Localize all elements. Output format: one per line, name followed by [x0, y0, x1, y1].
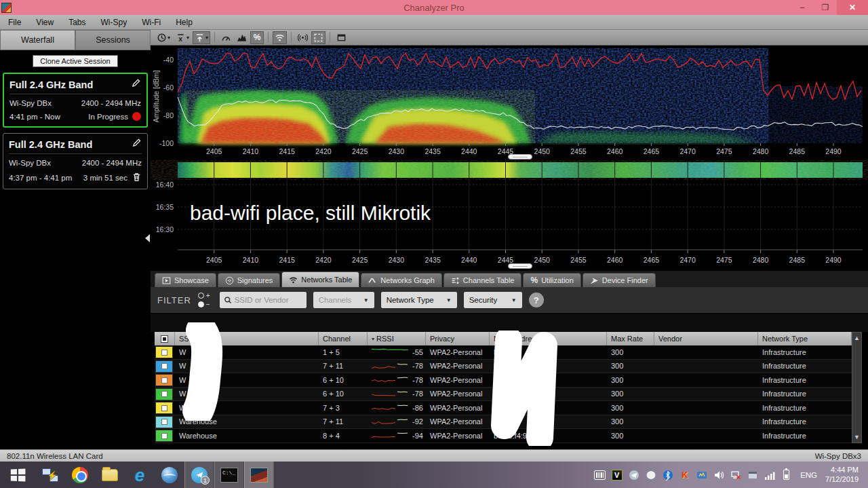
table-row[interactable]: W7 + 3-86WPA2-Personal3300Infrastructure — [155, 401, 862, 415]
selection-box-button[interactable] — [311, 31, 326, 44]
tray-bluetooth[interactable] — [662, 469, 673, 481]
tray-volume[interactable] — [713, 469, 724, 481]
density-view-button[interactable] — [235, 31, 249, 44]
table-row[interactable]: W6 + 10-78WPA2-Personalb300Infrastructur… — [155, 373, 862, 388]
table-row[interactable]: Warehouse8 + 4-94WPA2-Personalb8:69:f4:9… — [155, 429, 862, 443]
view-tab-networks-graph[interactable]: Networks Graph — [361, 273, 441, 287]
utilization-view-button[interactable]: % — [250, 31, 264, 44]
table-row[interactable]: W6 + 10-78WPA2-Personal300Infrastructure — [155, 388, 862, 402]
row-color-checkbox[interactable] — [155, 345, 175, 359]
average-button[interactable]: x▾ — [174, 31, 191, 44]
row-color-checkbox[interactable] — [155, 401, 175, 415]
column-header-rssi[interactable]: ▾RSSI — [368, 332, 426, 345]
table-header[interactable]: SSIDChannel▾RSSIPrivacyMAC AddressMax Ra… — [155, 332, 862, 345]
edit-pencil-icon[interactable] — [131, 78, 141, 91]
taskbar-app-file-explorer[interactable] — [95, 462, 125, 488]
broadcast-button[interactable] — [296, 31, 310, 44]
menu-file[interactable]: File — [8, 18, 21, 27]
view-tab-showcase[interactable]: Showcase — [155, 273, 216, 287]
taskbar-app-internet-explorer[interactable]: e — [125, 462, 155, 488]
language-indicator[interactable]: ENG — [797, 471, 820, 479]
taskbar-clock[interactable]: 4:44 PM7/12/2019 — [825, 466, 863, 485]
scroll-down-icon[interactable]: ▼ — [854, 432, 860, 443]
start-button[interactable] — [0, 462, 35, 488]
minimize-button[interactable]: – — [791, 0, 814, 15]
row-color-checkbox[interactable] — [155, 360, 175, 373]
tray-touch-keyboard[interactable] — [594, 469, 606, 481]
new-window-button[interactable] — [334, 31, 349, 44]
edit-pencil-icon[interactable] — [132, 138, 142, 151]
tray-k-app[interactable]: K — [679, 469, 690, 481]
max-button[interactable]: ▾ — [193, 31, 210, 44]
tray-network-disconnected[interactable] — [730, 469, 741, 481]
tab-waterfall[interactable]: Waterfall — [0, 30, 75, 50]
search-input[interactable] — [235, 296, 302, 304]
view-tab-device-finder[interactable]: Device Finder — [583, 273, 656, 287]
tray-v-app[interactable]: V — [611, 469, 623, 481]
taskbar-app-chrome[interactable] — [65, 462, 95, 488]
table-scrollbar[interactable]: ▲ ▼ — [852, 332, 862, 443]
waterfall-slider-handle[interactable] — [508, 263, 532, 269]
column-header-max-rate[interactable]: Max Rate — [607, 332, 654, 345]
tab-sessions[interactable]: Sessions — [75, 30, 151, 50]
session-card-previous[interactable]: Full 2.4 GHz Band Wi-Spy DBx 2400 - 2494… — [3, 133, 148, 189]
row-color-checkbox[interactable] — [155, 415, 175, 429]
time-span-button[interactable]: ▾ — [155, 31, 172, 44]
tray-network-tool[interactable] — [696, 469, 707, 481]
collapse-sidebar-arrow[interactable] — [145, 234, 150, 242]
row-color-checkbox[interactable] — [155, 373, 175, 387]
menu-wi-fi[interactable]: Wi-Fi — [142, 18, 161, 27]
taskbar-app-command-prompt[interactable]: C:\_ — [214, 462, 244, 488]
view-tab-utilization[interactable]: %Utilization — [523, 273, 580, 287]
title-bar[interactable]: Chanalyzer Pro – ❐ ✕ — [0, 0, 868, 15]
chevron-down-icon[interactable]: ▾ — [186, 35, 189, 41]
clone-active-session-button[interactable]: Clone Active Session — [33, 55, 117, 67]
trash-icon[interactable] — [132, 172, 142, 183]
menu-help[interactable]: Help — [176, 18, 193, 27]
channels-dropdown[interactable]: Channels▼ — [313, 292, 374, 308]
spectrum-slider-handle[interactable] — [508, 154, 532, 159]
help-button[interactable]: ? — [529, 293, 544, 307]
tray-messenger[interactable] — [645, 469, 656, 481]
table-row[interactable]: Warehouse7 + 11-92WPA2-Personal6300Infra… — [155, 415, 862, 430]
chevron-down-icon[interactable]: ▾ — [167, 35, 170, 41]
taskbar-app-network-connections[interactable]: ⚡ — [35, 462, 65, 488]
taskbar-app-winbox[interactable] — [155, 462, 184, 488]
column-header-mac-address[interactable]: MAC Address — [490, 332, 607, 345]
tray-telegram-tray[interactable] — [628, 469, 639, 481]
row-color-checkbox[interactable] — [155, 388, 175, 401]
column-header-privacy[interactable]: Privacy — [426, 332, 490, 345]
scroll-up-icon[interactable]: ▲ — [854, 333, 860, 343]
wifi-overlay-button[interactable] — [273, 31, 287, 44]
spectrum-chart[interactable]: Amplitude [dBm]-40-60-80-100240524102415… — [151, 45, 868, 160]
filter-add-icon[interactable] — [198, 293, 204, 299]
close-button[interactable]: ✕ — [837, 0, 868, 15]
tray-battery[interactable] — [781, 469, 792, 481]
column-header-ssid[interactable]: SSID — [175, 332, 319, 345]
tray-window-app[interactable] — [747, 469, 758, 481]
filter-add-remove[interactable]: + − — [198, 292, 210, 308]
tray-signal-bars[interactable] — [764, 469, 775, 481]
select-all-checkbox[interactable] — [155, 332, 175, 345]
table-row[interactable]: W7 + 11-78WPA2-Personalb300Infrastructur… — [155, 360, 862, 374]
view-tab-signatures[interactable]: Signatures — [218, 273, 281, 287]
column-header-vendor[interactable]: Vendor — [654, 332, 758, 345]
filter-remove-icon[interactable] — [198, 301, 204, 307]
waterfall-chart[interactable]: 2405241024152420242524302435244024452450… — [151, 160, 868, 271]
security-dropdown[interactable]: Security▼ — [464, 292, 522, 308]
table-row[interactable]: W1 + 5-55WPA2-Personalb :8300Infrastruct… — [155, 345, 862, 360]
gauge-view-button[interactable] — [219, 31, 233, 44]
menu-tabs[interactable]: Tabs — [68, 18, 85, 27]
chevron-down-icon[interactable]: ▾ — [205, 35, 208, 41]
view-tab-networks-table[interactable]: Networks Table — [281, 271, 359, 287]
column-header-network-type[interactable]: Network Type — [758, 332, 852, 345]
ssid-search-box[interactable] — [220, 292, 307, 308]
view-tab-channels-table[interactable]: Channels Table — [443, 273, 522, 287]
taskbar-app-chanalyzer[interactable] — [244, 462, 274, 488]
network-type-dropdown[interactable]: Network Type▼ — [381, 292, 457, 308]
column-header-channel[interactable]: Channel — [319, 332, 368, 345]
taskbar-app-telegram[interactable]: 1 — [184, 462, 214, 488]
row-color-checkbox[interactable] — [155, 429, 175, 443]
menu-wi-spy[interactable]: Wi-Spy — [101, 18, 127, 27]
menu-view[interactable]: View — [36, 18, 54, 27]
